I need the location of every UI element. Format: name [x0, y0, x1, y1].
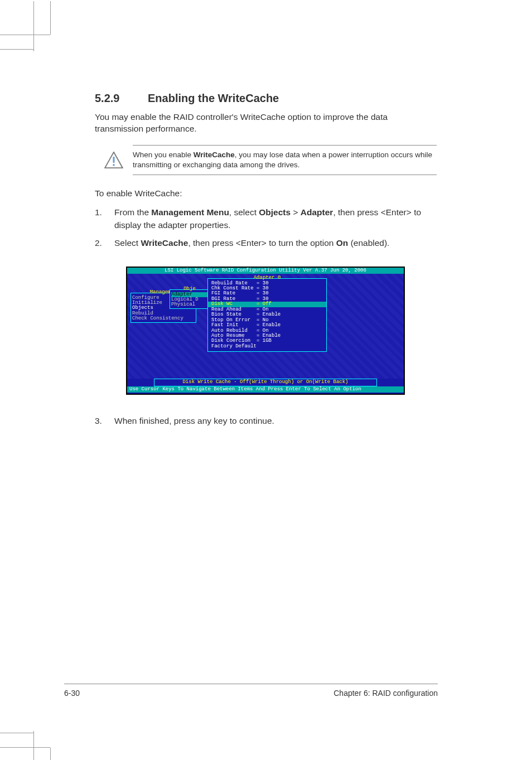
steps-list-2: 3. When finished, press any key to conti…	[95, 415, 438, 427]
warning-note: When you enable WriteCache, you may lose…	[133, 145, 437, 175]
crop-marks-top	[0, 35, 67, 57]
adapter-row[interactable]: Factory Default	[211, 344, 323, 349]
section-heading: 5.2.9Enabling the WriteCache	[95, 92, 438, 105]
chapter-label: Chapter 6: RAID configuration	[333, 689, 438, 698]
svg-rect-0	[113, 157, 114, 163]
step-2: 2. Select WriteCache, then press <Enter>…	[95, 237, 438, 249]
bios-help: Disk Write Cache - Off(Write Through) or…	[154, 379, 377, 386]
adapter-panel: Adapter 0 Rebuild Rate = 30Chk Const Rat…	[207, 278, 327, 352]
bios-window: LSI Logic Software RAID Configuration Ut…	[126, 267, 405, 395]
bios-screenshot: LSI Logic Software RAID Configuration Ut…	[126, 267, 405, 395]
page-footer: 6-30 Chapter 6: RAID configuration	[64, 684, 438, 698]
objects-menu: Obje Adapter Logical D Physical	[170, 289, 210, 309]
svg-point-1	[113, 164, 115, 166]
steps-list: 1. From the Management Menu, select Obje…	[95, 206, 438, 249]
crop-marks-bottom	[0, 725, 67, 748]
section-title: Enabling the WriteCache	[148, 92, 279, 104]
step-1: 1. From the Management Menu, select Obje…	[95, 206, 438, 231]
page-content: 5.2.9Enabling the WriteCache You may ena…	[95, 92, 438, 444]
menu-item[interactable]: Physical	[171, 302, 208, 307]
menu-item[interactable]: Check Consistency	[132, 316, 195, 321]
page-number: 6-30	[64, 689, 80, 698]
step-3: 3. When finished, press any key to conti…	[95, 415, 438, 427]
warning-icon	[104, 151, 124, 169]
bios-footer: Use Cursor Keys To Navigate Between Item…	[127, 386, 404, 393]
intro-text: You may enable the RAID controller's Wri…	[95, 112, 438, 135]
section-number: 5.2.9	[95, 92, 148, 105]
warning-icon-wrap	[95, 151, 133, 169]
warning-text: When you enable WriteCache, you may lose…	[133, 150, 437, 170]
subheading: To enable WriteCache:	[95, 188, 438, 199]
bios-body: Managemen Configure Initialize Objects R…	[127, 274, 404, 379]
bios-titlebar: LSI Logic Software RAID Configuration Ut…	[127, 268, 404, 274]
